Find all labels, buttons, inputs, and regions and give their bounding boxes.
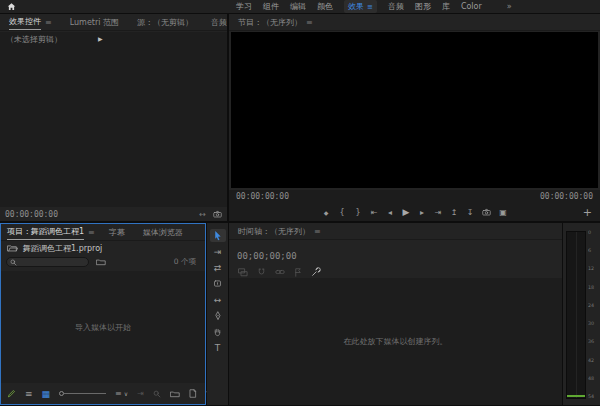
- program-current-timecode[interactable]: 00:00:00:00: [236, 192, 289, 201]
- hand-tool[interactable]: [210, 325, 226, 338]
- tab-effect-controls[interactable]: 效果控件 ≡: [0, 14, 61, 30]
- project-root-row[interactable]: 舞蹈调色工程1.prproj: [1, 241, 205, 255]
- meter-label: 42: [588, 357, 597, 362]
- step-back-icon[interactable]: ◂: [386, 208, 394, 217]
- pen-tool[interactable]: [210, 309, 226, 322]
- tab-captions[interactable]: 字幕: [100, 224, 134, 240]
- list-view-icon[interactable]: ≡: [25, 389, 33, 399]
- workspace-bar: 学习 组件 编辑 颜色 效果 ≡ 音频 图形 库 Color »: [0, 0, 600, 13]
- meter-label: 0: [588, 230, 597, 235]
- go-to-in-icon[interactable]: ⇤: [370, 208, 378, 217]
- mark-out-icon[interactable]: }: [354, 208, 362, 217]
- workspace-tab-editing[interactable]: 编辑: [290, 1, 306, 12]
- project-root-name: 舞蹈调色工程1.prproj: [23, 243, 102, 254]
- linked-selection-icon[interactable]: [275, 268, 285, 276]
- new-item-icon[interactable]: [189, 389, 197, 398]
- workspace-overflow-icon[interactable]: »: [507, 2, 512, 11]
- panel-menu-icon[interactable]: ≡: [314, 227, 321, 236]
- extract-icon[interactable]: ↧: [466, 208, 474, 217]
- meter-label: 24: [588, 302, 597, 307]
- mark-in-icon[interactable]: {: [338, 208, 346, 217]
- tab-program-monitor[interactable]: 节目：（无序列） ≡: [229, 14, 322, 30]
- meter-label: 6: [588, 248, 597, 253]
- workspace-tab-effects[interactable]: 效果 ≡: [344, 0, 377, 13]
- premiere-window: 学习 组件 编辑 颜色 效果 ≡ 音频 图形 库 Color » 效果控件 ≡ …: [0, 0, 600, 406]
- ripple-edit-tool[interactable]: ⇄: [210, 261, 226, 274]
- add-marker-icon[interactable]: ◆: [322, 209, 330, 216]
- workspace-tab-learn[interactable]: 学习: [236, 1, 252, 12]
- timeline-drop-area[interactable]: 在此处放下媒体以创建序列。: [229, 278, 562, 405]
- project-tabbar: 项目：舞蹈调色工程1 ≡ 字幕 媒体浏览器: [1, 224, 205, 241]
- selection-tool[interactable]: [210, 229, 226, 242]
- tab-project-label: 项目：舞蹈调色工程1: [7, 226, 84, 240]
- search-box[interactable]: [6, 257, 89, 267]
- go-to-out-icon[interactable]: ⇥: [434, 208, 442, 217]
- comparison-view-icon[interactable]: ▣: [499, 208, 507, 217]
- meter-channel-divider: [576, 232, 577, 398]
- search-icon: [10, 259, 17, 266]
- workspace-menu-icon[interactable]: ≡: [367, 3, 373, 11]
- zoom-slider[interactable]: [59, 391, 106, 396]
- snap-icon[interactable]: [257, 268, 266, 277]
- nest-toggle-icon[interactable]: [238, 268, 248, 277]
- workspace-tab-libraries[interactable]: 库: [442, 1, 450, 12]
- tab-timeline[interactable]: 时间轴：（无序列） ≡: [229, 223, 330, 239]
- tab-media-browser[interactable]: 媒体浏览器: [134, 224, 192, 240]
- timeline-drop-hint: 在此处放下媒体以创建序列。: [344, 336, 448, 347]
- audio-meter-bars[interactable]: [566, 231, 586, 399]
- panel-menu-icon[interactable]: ≡: [306, 18, 313, 27]
- new-bin-icon[interactable]: [170, 390, 180, 398]
- icon-view-icon[interactable]: ▦: [42, 389, 51, 399]
- tab-source-monitor[interactable]: 源：（无剪辑）: [128, 14, 202, 30]
- automate-to-sequence-icon[interactable]: ⇥: [137, 389, 144, 398]
- workspace-tab-color-custom[interactable]: Color: [461, 2, 482, 11]
- tab-audio-clip-mixer[interactable]: 音频剪辑混合器: [202, 14, 227, 30]
- find-icon[interactable]: [153, 390, 161, 398]
- track-select-forward-tool[interactable]: ⇥: [210, 245, 226, 258]
- sort-icon: ≡: [115, 389, 122, 398]
- project-search-row: 0 个项: [1, 255, 205, 269]
- workspace-tab-audio[interactable]: 音频: [388, 1, 404, 12]
- scale-icon[interactable]: ↔: [199, 210, 206, 219]
- import-hint-label: 导入媒体以开始: [75, 322, 131, 333]
- timeline-timecode[interactable]: 00;00;00;00: [237, 251, 297, 261]
- chevron-right-icon[interactable]: ▶: [98, 35, 103, 42]
- program-tabbar: 节目：（无序列） ≡: [229, 14, 600, 31]
- workspace-tabs: 学习 组件 编辑 颜色 效果 ≡ 音频 图形 库 Color »: [236, 0, 512, 13]
- workspace-tab-assembly[interactable]: 组件: [263, 1, 279, 12]
- razor-tool[interactable]: [210, 277, 226, 290]
- lift-icon[interactable]: ↥: [450, 208, 458, 217]
- button-editor-icon[interactable]: +: [583, 203, 592, 221]
- play-icon[interactable]: ▶: [402, 207, 410, 217]
- slip-tool[interactable]: ↔: [210, 293, 226, 306]
- search-input[interactable]: [19, 258, 83, 266]
- timeline-settings-wrench-icon[interactable]: [311, 267, 321, 277]
- panel-menu-icon[interactable]: ≡: [88, 228, 95, 237]
- panel-menu-icon[interactable]: ≡: [45, 18, 52, 27]
- effect-controls-content: （未选择剪辑） ▶: [0, 32, 227, 207]
- tab-lumetri-scopes[interactable]: Lumetri 范围: [61, 14, 128, 30]
- timeline-add-marker-icon[interactable]: [294, 268, 302, 277]
- search-bin-icon[interactable]: [96, 258, 106, 266]
- folder-open-icon: [7, 244, 18, 252]
- type-tool[interactable]: T: [210, 341, 226, 354]
- effect-controls-tabbar: 效果控件 ≡ Lumetri 范围 源：（无剪辑） 音频剪辑混合器: [0, 14, 227, 31]
- workspace-tab-effects-label: 效果: [348, 1, 364, 12]
- tab-timeline-label: 时间轴：（无序列）: [238, 226, 310, 237]
- meter-label: 48: [588, 375, 597, 380]
- sort-icons-button[interactable]: ≡ ∨: [115, 389, 128, 398]
- home-button[interactable]: [0, 0, 22, 13]
- tab-project[interactable]: 项目：舞蹈调色工程1 ≡: [1, 224, 100, 240]
- workspace-tab-graphics[interactable]: 图形: [415, 1, 431, 12]
- project-writable-icon[interactable]: [7, 389, 16, 398]
- camera-icon[interactable]: [213, 210, 222, 218]
- program-video-area[interactable]: [231, 32, 598, 188]
- step-forward-icon[interactable]: ▸: [418, 208, 426, 217]
- project-content-area[interactable]: 导入媒体以开始: [1, 271, 205, 383]
- effect-controls-timecode: 00:00:00:00: [5, 210, 58, 219]
- workspace-tab-color[interactable]: 颜色: [317, 1, 333, 12]
- item-count-label: 0 个项: [174, 257, 196, 267]
- meter-label: 30: [588, 321, 597, 326]
- home-icon: [7, 2, 16, 11]
- export-frame-icon[interactable]: [482, 208, 491, 216]
